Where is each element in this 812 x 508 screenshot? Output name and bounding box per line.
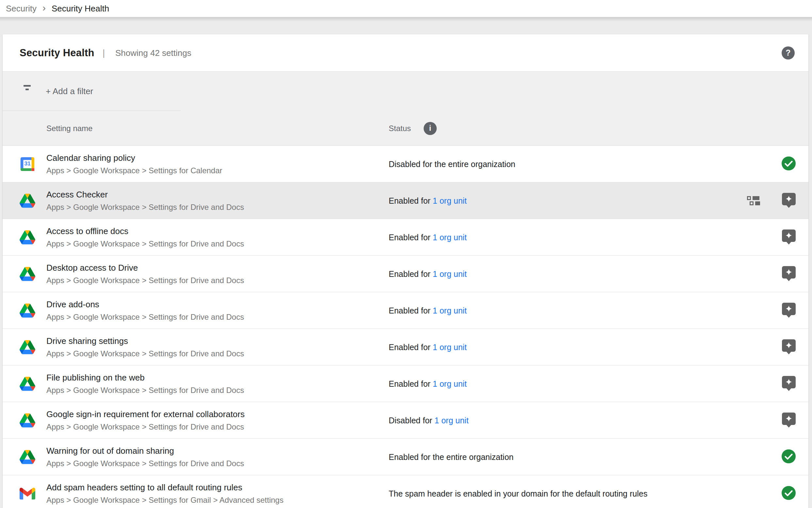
setting-text-block: Drive add-ons Apps > Google Workspace > … <box>46 299 244 322</box>
drive-icon <box>19 303 35 319</box>
app-icon-slot <box>19 486 35 502</box>
setting-title: Add spam headers setting to all default … <box>46 482 284 493</box>
app-icon-slot <box>19 303 35 319</box>
status-text: Enabled for 1 org unit <box>389 269 467 279</box>
app-icon-slot <box>19 376 35 392</box>
status-prefix: Enabled for <box>389 232 433 242</box>
column-header-setting-name: Setting name <box>46 124 92 133</box>
setting-title: File publishing on the web <box>46 373 244 383</box>
org-unit-link[interactable]: 1 org unit <box>433 269 467 278</box>
table-row[interactable]: Access Checker Apps > Google Workspace >… <box>3 182 808 219</box>
svg-text:31: 31 <box>24 160 31 167</box>
setting-title: Desktop access to Drive <box>46 263 244 273</box>
status-text: Enabled for 1 org unit <box>389 232 467 242</box>
drive-icon <box>19 229 35 245</box>
setting-text-block: File publishing on the web Apps > Google… <box>46 373 244 395</box>
org-unit-link[interactable]: 1 org unit <box>433 232 467 242</box>
recommendation-badge-icon[interactable] <box>782 339 796 352</box>
table-row[interactable]: Desktop access to Drive Apps > Google Wo… <box>3 256 808 292</box>
app-icon-slot <box>19 266 35 282</box>
security-health-card: Security Health | Showing 42 settings ? … <box>3 34 808 508</box>
recommendation-badge-icon[interactable] <box>782 193 796 205</box>
setting-path: Apps > Google Workspace > Settings for D… <box>46 312 244 322</box>
setting-path: Apps > Google Workspace > Settings for D… <box>46 276 244 285</box>
status-text: Enabled for 1 org unit <box>389 306 467 315</box>
setting-path: Apps > Google Workspace > Settings for D… <box>46 349 244 358</box>
org-unit-link[interactable]: 1 org unit <box>434 416 468 425</box>
filter-and-header-band: + Add a filter Setting name Status i <box>3 71 808 146</box>
status-prefix: Enabled for <box>389 379 433 388</box>
calendar-icon: 31 <box>19 156 35 172</box>
success-check-icon <box>782 156 796 172</box>
table-row[interactable]: Drive add-ons Apps > Google Workspace > … <box>3 292 808 329</box>
setting-title: Drive add-ons <box>46 299 244 309</box>
setting-path: Apps > Google Workspace > Settings for G… <box>46 496 284 505</box>
setting-title: Drive sharing settings <box>46 336 244 346</box>
drive-icon <box>19 376 35 392</box>
status-text: Enabled for the entire organization <box>389 452 514 462</box>
column-header-status: Status <box>389 124 411 133</box>
status-prefix: Enabled for <box>389 269 433 278</box>
drive-icon <box>19 193 35 209</box>
setting-path: Apps > Google Workspace > Settings for C… <box>46 166 223 175</box>
drive-icon <box>19 266 35 282</box>
settings-count: Showing 42 settings <box>115 48 191 58</box>
status-prefix: Enabled for the entire organization <box>389 452 514 461</box>
app-icon-slot <box>19 339 35 355</box>
status-text: Disabled for the entire organization <box>389 159 515 169</box>
status-text: Disabled for 1 org unit <box>389 416 469 425</box>
table-row[interactable]: File publishing on the web Apps > Google… <box>3 366 808 402</box>
table-row[interactable]: Warning for out of domain sharing Apps >… <box>3 439 808 475</box>
app-icon-slot <box>19 193 35 209</box>
drive-icon <box>19 449 35 465</box>
org-unit-link[interactable]: 1 org unit <box>433 379 467 388</box>
recommendation-badge-icon[interactable] <box>782 303 796 315</box>
recommendation-badge-icon[interactable] <box>782 413 796 425</box>
org-unit-link[interactable]: 1 org unit <box>433 196 467 205</box>
title-separator: | <box>103 48 105 58</box>
add-filter-button[interactable]: + Add a filter <box>46 86 93 96</box>
settings-table: 31 Calendar sharing policy Apps > Google… <box>3 146 808 508</box>
table-row[interactable]: Google sign-in requirement for external … <box>3 402 808 439</box>
status-text: Enabled for 1 org unit <box>389 379 467 388</box>
setting-path: Apps > Google Workspace > Settings for D… <box>46 422 245 431</box>
filter-row: + Add a filter <box>3 72 808 111</box>
table-row[interactable]: Add spam headers setting to all default … <box>3 475 808 508</box>
table-row[interactable]: Access to offline docs Apps > Google Wor… <box>3 219 808 256</box>
breadcrumb-item-security[interactable]: Security <box>6 4 37 14</box>
help-icon[interactable]: ? <box>782 46 795 59</box>
setting-path: Apps > Google Workspace > Settings for D… <box>46 386 244 395</box>
org-unit-link[interactable]: 1 org unit <box>433 306 467 315</box>
recommendation-badge-icon[interactable] <box>782 266 796 279</box>
status-prefix: Enabled for <box>389 342 433 351</box>
chevron-right-icon: › <box>42 2 46 13</box>
setting-text-block: Desktop access to Drive Apps > Google Wo… <box>46 263 244 285</box>
app-icon-slot: 31 <box>19 156 35 172</box>
status-prefix: Disabled for <box>389 416 434 425</box>
page-title: Security Health <box>19 47 94 59</box>
success-check-icon <box>782 449 796 465</box>
table-row[interactable]: Drive sharing settings Apps > Google Wor… <box>3 329 808 366</box>
setting-title: Access Checker <box>46 189 244 200</box>
filter-list-icon <box>21 85 33 97</box>
recommendation-badge-icon[interactable] <box>782 229 796 242</box>
setting-text-block: Add spam headers setting to all default … <box>46 482 284 505</box>
setting-text-block: Access Checker Apps > Google Workspace >… <box>46 189 244 212</box>
topbar-shadow <box>0 17 812 22</box>
setting-path: Apps > Google Workspace > Settings for D… <box>46 239 244 248</box>
success-check-icon <box>782 486 796 501</box>
drive-icon <box>19 413 35 428</box>
card-header: Security Health | Showing 42 settings ? <box>3 34 808 71</box>
setting-title: Access to offline docs <box>46 226 244 236</box>
setting-title: Warning for out of domain sharing <box>46 446 244 456</box>
setting-text-block: Drive sharing settings Apps > Google Wor… <box>46 336 244 358</box>
drive-icon <box>19 339 35 355</box>
status-text: Enabled for 1 org unit <box>389 196 467 205</box>
table-row[interactable]: 31 Calendar sharing policy Apps > Google… <box>3 146 808 182</box>
org-unit-link[interactable]: 1 org unit <box>433 342 467 351</box>
recommendation-badge-icon[interactable] <box>782 376 796 388</box>
setting-path: Apps > Google Workspace > Settings for D… <box>46 459 244 468</box>
app-icon-slot <box>19 413 35 428</box>
info-icon[interactable]: i <box>424 122 437 135</box>
top-bar: Security › Security Health <box>0 0 812 17</box>
